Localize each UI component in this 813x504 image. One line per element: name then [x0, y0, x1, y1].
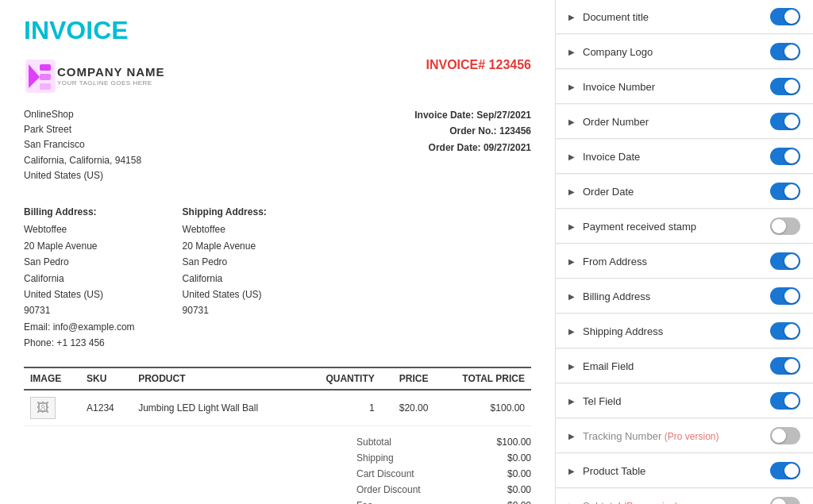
col-image: IMAGE — [24, 367, 80, 390]
toggle-slider-document-title[interactable] — [770, 8, 800, 25]
sender-line2: Park Street — [24, 122, 141, 137]
settings-item-company-logo[interactable]: ▶Company Logo — [556, 35, 813, 69]
order-discount-value: $0.00 — [507, 484, 531, 495]
arrow-icon-invoice-number[interactable]: ▶ — [568, 83, 575, 91]
settings-item-email-field[interactable]: ▶Email Field — [556, 349, 813, 383]
subtotal-value: $100.00 — [497, 437, 531, 448]
arrow-icon-order-date[interactable]: ▶ — [568, 187, 575, 196]
settings-label-email-field: Email Field — [583, 360, 770, 372]
toggle-from-address[interactable] — [770, 252, 800, 270]
billing-address1: 20 Maple Avenue — [24, 238, 135, 254]
cell-quantity: 1 — [302, 390, 380, 426]
arrow-icon-email-field[interactable]: ▶ — [568, 362, 575, 371]
billing-name: Webtoffee — [24, 221, 135, 237]
settings-item-order-number[interactable]: ▶Order Number — [556, 105, 813, 139]
cell-total: $100.00 — [434, 390, 531, 426]
arrow-icon-billing-address[interactable]: ▶ — [568, 292, 575, 301]
arrow-icon-payment-received-stamp[interactable]: ▶ — [568, 222, 575, 231]
toggle-slider-invoice-date[interactable] — [770, 148, 800, 165]
totals-section: Subtotal $100.00 Shipping $0.00 Cart Dis… — [24, 434, 531, 504]
arrow-icon-product-table[interactable]: ▶ — [568, 467, 575, 475]
settings-item-payment-received-stamp[interactable]: ▶Payment received stamp — [556, 210, 813, 244]
settings-item-invoice-number[interactable]: ▶Invoice Number — [556, 70, 813, 104]
shipping-value: $0.00 — [507, 452, 531, 464]
subtotal-label: Subtotal — [356, 437, 391, 448]
sender-info: OnlineShop Park Street San Francisco Cal… — [24, 107, 141, 183]
settings-label-invoice-date: Invoice Date — [583, 151, 770, 163]
toggle-slider-payment-received-stamp[interactable] — [770, 217, 800, 235]
arrow-icon-tel-field[interactable]: ▶ — [568, 397, 575, 406]
shipping-label: Shipping — [356, 452, 394, 464]
toggle-slider-tracking-number[interactable] — [770, 427, 800, 444]
toggle-slider-tel-field[interactable] — [770, 392, 800, 410]
arrow-icon-shipping-address[interactable]: ▶ — [568, 327, 575, 336]
settings-item-order-date[interactable]: ▶Order Date — [556, 175, 813, 209]
settings-item-shipping-address[interactable]: ▶Shipping Address — [556, 314, 813, 348]
fee-value: $0.00 — [507, 500, 531, 504]
totals-table: Subtotal $100.00 Shipping $0.00 Cart Dis… — [356, 434, 531, 504]
toggle-document-title[interactable] — [770, 8, 800, 25]
arrow-icon-document-title[interactable]: ▶ — [568, 13, 575, 21]
sender-line5: United States (US) — [24, 168, 141, 183]
toggle-order-number[interactable] — [770, 113, 800, 130]
settings-item-from-address[interactable]: ▶From Address — [556, 244, 813, 279]
fee-row: Fee $0.00 — [356, 498, 531, 504]
billing-city: San Pedro — [24, 254, 135, 270]
company-name-main: COMPANY NAME — [57, 65, 165, 79]
toggle-subtotal-pro[interactable] — [770, 497, 800, 504]
arrow-icon-from-address[interactable]: ▶ — [568, 257, 575, 266]
toggle-slider-order-number[interactable] — [770, 113, 800, 130]
shipping-zip: 90731 — [183, 302, 267, 318]
settings-label-billing-address: Billing Address — [583, 290, 770, 302]
col-sku: SKU — [80, 367, 132, 390]
company-name-text: COMPANY NAME YOUR TAGLINE GOES HERE — [57, 65, 165, 87]
toggle-invoice-date[interactable] — [770, 148, 800, 165]
arrow-icon-tracking-number[interactable]: ▶ — [568, 432, 575, 441]
toggle-slider-product-table[interactable] — [770, 462, 800, 479]
toggle-slider-invoice-number[interactable] — [770, 78, 800, 95]
invoice-header: COMPANY NAME YOUR TAGLINE GOES HERE INVO… — [24, 58, 531, 94]
toggle-slider-order-date[interactable] — [770, 183, 800, 200]
settings-item-tel-field[interactable]: ▶Tel Field — [556, 384, 813, 418]
toggle-tracking-number[interactable] — [770, 427, 800, 444]
toggle-order-date[interactable] — [770, 183, 800, 200]
arrow-icon-company-logo[interactable]: ▶ — [568, 48, 575, 56]
invoice-panel: INVOICE COMPANY NAME YOUR TAGLINE GOES H… — [0, 0, 556, 504]
toggle-tel-field[interactable] — [770, 392, 800, 410]
toggle-product-table[interactable] — [770, 462, 800, 479]
col-total: TOTAL PRICE — [434, 367, 531, 390]
cart-discount-label: Cart Discount — [356, 468, 414, 479]
toggle-slider-from-address[interactable] — [770, 252, 800, 270]
settings-item-invoice-date[interactable]: ▶Invoice Date — [556, 140, 813, 174]
image-placeholder: 🖼 — [30, 397, 56, 419]
arrow-icon-subtotal-pro[interactable]: ▶ — [568, 502, 575, 505]
fee-label: Fee — [356, 500, 373, 504]
company-tagline: YOUR TAGLINE GOES HERE — [57, 79, 165, 87]
order-discount-row: Order Discount $0.00 — [356, 482, 531, 498]
arrow-icon-order-number[interactable]: ▶ — [568, 117, 575, 126]
col-product: PRODUCT — [132, 367, 302, 390]
toggle-slider-shipping-address[interactable] — [770, 322, 800, 340]
toggle-email-field[interactable] — [770, 357, 800, 375]
settings-item-product-table[interactable]: ▶Product Table — [556, 454, 813, 488]
settings-label-order-number: Order Number — [583, 116, 770, 128]
toggle-payment-received-stamp[interactable] — [770, 217, 800, 235]
shipping-heading: Shipping Address: — [183, 204, 267, 220]
toggle-slider-subtotal-pro[interactable] — [770, 497, 800, 504]
toggle-slider-email-field[interactable] — [770, 357, 800, 375]
settings-item-subtotal-pro[interactable]: ▶Subtotal (Pro version) — [556, 489, 813, 504]
invoice-title: INVOICE — [24, 16, 531, 45]
arrow-icon-invoice-date[interactable]: ▶ — [568, 152, 575, 161]
toggle-slider-billing-address[interactable] — [770, 287, 800, 305]
settings-item-tracking-number[interactable]: ▶Tracking Number (Pro version) — [556, 419, 813, 453]
toggle-company-logo[interactable] — [770, 43, 800, 60]
toggle-invoice-number[interactable] — [770, 78, 800, 95]
settings-item-document-title[interactable]: ▶Document title — [556, 0, 813, 34]
toggle-billing-address[interactable] — [770, 287, 800, 305]
toggle-slider-company-logo[interactable] — [770, 43, 800, 60]
pro-tag: (Pro version) — [665, 431, 719, 442]
billing-heading: Billing Address: — [24, 204, 135, 220]
toggle-shipping-address[interactable] — [770, 322, 800, 340]
billing-state: California — [24, 271, 135, 287]
settings-item-billing-address[interactable]: ▶Billing Address — [556, 279, 813, 314]
